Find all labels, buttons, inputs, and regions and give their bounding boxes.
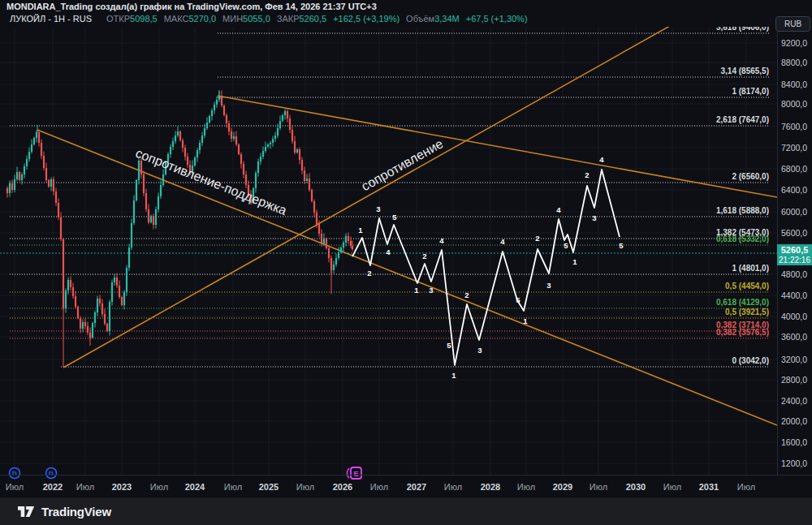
wave-label: 4 <box>556 205 561 214</box>
time-tick[interactable]: Июл <box>663 482 681 492</box>
price-tick: 8400,0 <box>781 80 807 89</box>
price-tick: 4400,0 <box>781 290 807 300</box>
time-tick[interactable]: Июл <box>517 482 535 492</box>
wave-label: 4 <box>599 155 604 164</box>
svg-text:D: D <box>12 470 17 477</box>
price-tick: 4000,0 <box>781 312 807 321</box>
svg-text:D: D <box>49 470 54 477</box>
wave-label: 3 <box>429 286 433 295</box>
time-tick[interactable]: Июл <box>444 482 462 492</box>
time-tick[interactable]: 2022 <box>43 482 63 492</box>
price-tick: 6400,0 <box>781 185 807 195</box>
fib-level-label: 3,618 (9406,0) <box>716 23 769 32</box>
last-price-value: 5260,5 <box>777 245 812 256</box>
time-tick[interactable]: 2023 <box>112 482 132 492</box>
resistance-from-2024-high[interactable] <box>218 96 777 197</box>
currency-rub-button[interactable]: RUB <box>775 16 810 32</box>
svg-text:E: E <box>353 470 358 478</box>
wave-label: 2 <box>367 269 371 278</box>
fib-level-label: 1 (4801,0) <box>732 264 769 273</box>
tradingview-logo-icon <box>18 506 36 518</box>
time-tick[interactable]: 2024 <box>185 482 205 492</box>
wave-label: 5 <box>564 241 568 250</box>
time-tick[interactable]: Июл <box>590 482 607 492</box>
price-tick: 4800,0 <box>781 269 807 279</box>
candlesticks[interactable] <box>6 90 353 367</box>
time-tick[interactable]: 2025 <box>259 482 279 492</box>
price-tick: 6000,0 <box>781 207 807 217</box>
bottom-toolbar: TradingView <box>0 497 812 525</box>
wave-label: 3 <box>592 213 596 222</box>
tradingview-logo[interactable]: TradingView <box>18 505 111 519</box>
fib-level-label: 1 (8174,0) <box>732 87 769 96</box>
price-tick: 5600,0 <box>781 228 807 238</box>
plot-area[interactable]: 1234512345123451234512345сопротивление-п… <box>0 12 777 475</box>
price-tick: 2000,0 <box>781 416 807 426</box>
time-axis[interactable] <box>0 475 812 476</box>
wave-label: 2 <box>585 170 589 179</box>
dividend-icon[interactable]: D <box>10 468 20 479</box>
fib-level-label: 0,618 (4129,0) <box>716 298 769 307</box>
fib-level-label: 1,618 (5888,0) <box>716 206 769 215</box>
price-tick: 2400,0 <box>781 396 807 406</box>
wave-label: 3 <box>546 281 551 290</box>
wave-label: 5 <box>516 295 520 304</box>
event-icons: DDE <box>10 467 362 479</box>
wave-label: 3 <box>376 204 380 213</box>
time-tick[interactable]: 2026 <box>333 482 352 492</box>
price-tick: 6800,0 <box>781 164 807 174</box>
wave-label: 4 <box>386 247 391 256</box>
wave-label: 3 <box>477 346 482 355</box>
price-tick: 7600,0 <box>781 122 807 131</box>
wave-label: 2 <box>464 290 469 299</box>
bar-countdown-timer: 21:22:16 <box>777 256 812 265</box>
time-tick[interactable]: Июл <box>6 482 24 492</box>
last-price-badge[interactable]: 5260,5 21:22:16 <box>777 244 812 265</box>
tradingview-logo-text: TradingView <box>41 505 111 519</box>
fib-level-label: 0,5 (4454,0) <box>725 282 769 290</box>
price-tick: 2800,0 <box>781 375 807 385</box>
time-tick[interactable]: 2031 <box>699 482 719 492</box>
price-tick: 8800,0 <box>781 58 807 67</box>
price-tick: 8000,0 <box>781 99 807 109</box>
trendline-annotation[interactable]: сопротивление <box>359 136 445 193</box>
wave-label: 5 <box>392 213 397 222</box>
elliott-wave-projection[interactable]: 1234512345123451234512345 <box>352 155 624 380</box>
time-tick[interactable]: Июл <box>224 482 242 492</box>
time-axis-labels: Июл2022Июл2023Июл2024Июл2025Июл2026Июл20… <box>6 482 755 492</box>
price-tick: 7200,0 <box>781 143 807 153</box>
fib-level-label: 3,14 (8565,5) <box>721 67 770 75</box>
wave-label: 1 <box>523 316 528 325</box>
fib-level-label: 0,618 (5332,0) <box>716 235 769 243</box>
chart-canvas[interactable]: 1234512345123451234512345сопротивление-п… <box>0 0 812 525</box>
fib-level-label: 0,5 (3921,5) <box>725 308 769 316</box>
wave-label: 5 <box>619 241 624 250</box>
wave-label: 1 <box>451 371 456 380</box>
wave-label: 2 <box>535 234 539 243</box>
trendline-annotation[interactable]: сопротивление-поддержка <box>134 146 289 218</box>
fib-level-label: 2,618 (7647,0) <box>716 115 769 124</box>
price-tick: 1600,0 <box>781 437 807 447</box>
price-tick: 3600,0 <box>781 332 807 342</box>
price-tick: 9200,0 <box>781 38 807 48</box>
earnings-icon[interactable]: E <box>347 467 361 479</box>
time-tick[interactable]: 2030 <box>626 482 646 492</box>
time-tick[interactable]: Июл <box>296 482 314 492</box>
fib-level-label: 2 (6560,0) <box>732 172 769 181</box>
price-tick: 3200,0 <box>781 355 807 364</box>
wave-label: 4 <box>500 237 505 246</box>
price-tick: 1200,0 <box>781 458 807 468</box>
time-tick[interactable]: 2027 <box>407 482 426 492</box>
wave-label: 4 <box>439 236 444 245</box>
wave-label: 1 <box>414 286 419 295</box>
time-tick[interactable]: 2029 <box>553 482 572 492</box>
dividend-icon[interactable]: D <box>46 468 57 479</box>
time-tick[interactable]: Июл <box>737 482 755 492</box>
wave-label: 5 <box>447 341 451 350</box>
wave-label: 2 <box>422 252 426 260</box>
time-tick[interactable]: Июл <box>150 482 168 492</box>
tradingview-chart-window: MONDIARA_Trading создал(а) график на Tra… <box>0 0 812 525</box>
time-tick[interactable]: Июл <box>76 482 94 492</box>
time-tick[interactable]: Июл <box>370 482 388 492</box>
time-tick[interactable]: 2028 <box>481 482 500 492</box>
